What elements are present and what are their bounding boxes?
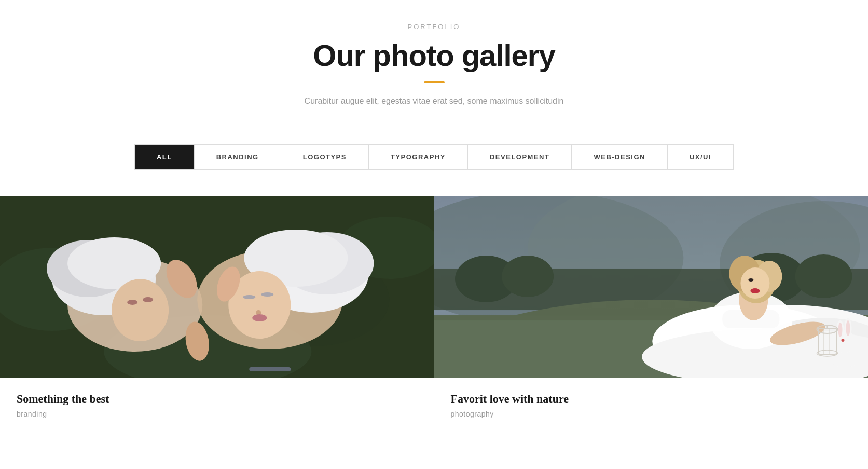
svg-point-55 [838,323,842,337]
gallery-item-2[interactable]: Favorit love with nature photography [434,196,869,433]
gallery-item-1[interactable]: Something the best branding [0,196,434,433]
svg-point-33 [795,254,852,298]
svg-point-49 [748,278,753,282]
filter-bar: ALL BRANDING LOGOTYPS TYPOGRAPHY DEVELOP… [134,144,734,170]
gallery-title: Our photo gallery [10,38,858,73]
svg-point-10 [127,300,137,305]
filter-tab-development[interactable]: DEVELOPMENT [468,145,572,169]
svg-point-21 [243,295,255,299]
svg-point-48 [750,288,760,293]
gallery-item-category-2: photography [451,410,852,418]
svg-point-31 [502,256,554,297]
gallery-grid: Something the best branding [0,196,868,433]
filter-tab-branding[interactable]: BRANDING [195,145,281,169]
gallery-item-title-1: Something the best [17,392,418,406]
svg-point-47 [740,267,769,299]
filter-tab-all[interactable]: ALL [135,145,195,169]
gallery-item-category-1: branding [17,410,418,418]
gallery-caption-1: Something the best branding [0,378,434,433]
accent-divider [424,81,445,83]
svg-rect-24 [249,367,291,371]
filter-tab-web-design[interactable]: WEB-DESIGN [572,145,668,169]
svg-point-22 [261,292,273,297]
header-section: PORTFOLIO Our photo gallery Curabitur au… [0,0,868,124]
gallery-item-title-2: Favorit love with nature [451,392,852,406]
svg-point-9 [112,279,169,341]
svg-point-11 [143,297,153,302]
filter-tab-typography[interactable]: TYPOGRAPHY [369,145,468,169]
filter-tab-logotyps[interactable]: LOGOTYPS [281,145,369,169]
subtitle-text: Curabitur augue elit, egestas vitae erat… [289,95,580,108]
filter-tab-ux-ui[interactable]: UX/UI [668,145,733,169]
gallery-image-1 [0,196,434,378]
svg-point-57 [841,339,844,342]
gallery-caption-2: Favorit love with nature photography [434,378,869,433]
gallery-image-2 [434,196,869,378]
portfolio-label: PORTFOLIO [10,23,858,31]
svg-point-56 [846,320,850,336]
svg-point-23 [252,314,267,321]
